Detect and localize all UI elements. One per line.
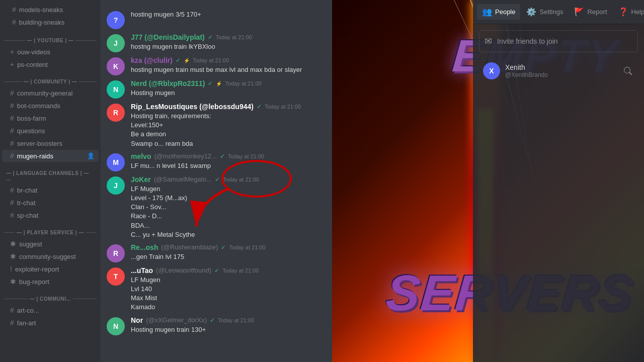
message-timestamp: Today at 21:00 xyxy=(225,80,261,86)
tab-settings[interactable]: ⚙️ Settings xyxy=(521,4,568,20)
tab-people-label: People xyxy=(495,8,515,16)
hash-icon: # xyxy=(10,186,14,194)
sidebar-item-bot-commands[interactable]: # bot-commands xyxy=(2,100,99,112)
sidebar-item-ouw-videos[interactable]: + ouw-videos xyxy=(2,46,99,58)
panel-content: ✉ Invite friends to join X Xenith @Xenit… xyxy=(473,24,644,362)
avatar: M xyxy=(107,153,125,171)
member-name: Xenith xyxy=(505,63,617,71)
category-community: — | COMMUNITY | — xyxy=(0,71,101,86)
message-item: N Nerd (@RblxpRo2311) ✓ ⚡ Today at 21:00… xyxy=(101,77,332,101)
hash-icon: # xyxy=(10,152,14,160)
sidebar-item-boss-farm[interactable]: # boss-farm xyxy=(2,112,99,124)
sidebar-item-fan-art[interactable]: # fan-art xyxy=(2,317,99,329)
chat-area: ? hosting mugen 3/5 170+ J J77 (@DenisDa… xyxy=(101,0,332,362)
plus-icon: + xyxy=(10,60,14,68)
avatar: N xyxy=(107,80,125,99)
hash-icon: # xyxy=(10,127,14,135)
sidebar-item-mugen-raids[interactable]: # mugen-raids 👤 xyxy=(2,150,99,162)
invite-friends-button[interactable]: ✉ Invite friends to join xyxy=(479,30,638,52)
report-icon: 🚩 xyxy=(574,7,584,17)
hash-icon: # xyxy=(10,139,14,147)
username-tag: (@Rusheramblaze) xyxy=(161,243,218,251)
message-item: N Nor (@xXGelmer_dorXx) ✓ Today at 21:00… xyxy=(101,314,332,337)
member-tag: @XenithBrando xyxy=(505,71,617,78)
message-text: Hosting mugen xyxy=(131,88,326,98)
sidebar-item-building-sneaks[interactable]: # building-sneaks xyxy=(4,16,97,28)
message-timestamp: Today at 21:00 xyxy=(218,317,254,323)
message-username: kza (@clulir) xyxy=(131,56,173,64)
sidebar-item-questions[interactable]: # questions xyxy=(2,125,99,137)
message-username: melvo xyxy=(131,152,151,160)
sidebar-item-community-general[interactable]: # community-general xyxy=(2,87,99,99)
message-timestamp: Today at 21:00 xyxy=(216,34,252,40)
message-timestamp: Today at 21:00 xyxy=(222,267,259,274)
message-username: Nor xyxy=(131,316,143,324)
username-tag: (@xXGelmer_dorXx) xyxy=(146,316,207,324)
message-text: hostng mugen train lkYBXloo xyxy=(131,42,326,51)
message-timestamp: Today at 21:00 xyxy=(223,176,259,183)
category-youtube: — | YOUTUBE | — xyxy=(0,30,101,45)
verified-icon: ✓ xyxy=(210,317,215,324)
verified-icon: ✓ xyxy=(176,57,181,64)
username-tag: (@SamuelMegalo... xyxy=(154,175,212,183)
main-content: EMPTY SERVERS ? hosting mugen 3/5 170+ J… xyxy=(101,0,644,362)
sidebar-item-server-boosters[interactable]: # server-boosters xyxy=(2,137,99,149)
message-text: LF mu... n level 161 swamp xyxy=(131,161,326,170)
avatar: ? xyxy=(107,11,125,29)
right-panel: 👥 People ⚙️ Settings 🚩 Report ❓ Help ⏺ R… xyxy=(473,0,644,362)
category-community2: — | COMMUNI... xyxy=(0,288,101,304)
message-text: ...gen Train lvl 175 xyxy=(131,252,326,261)
hash-icon: # xyxy=(10,89,14,97)
sidebar-item-models-sneaks[interactable]: # models-sneaks xyxy=(4,4,97,16)
sidebar-item-br-chat[interactable]: # br-chat xyxy=(2,184,99,196)
message-username: ...uTao xyxy=(131,266,153,275)
category-language: — | LANGUAGE CHANNELS | — ... xyxy=(0,162,101,184)
member-search-button[interactable] xyxy=(622,65,634,77)
envelope-icon: ✉ xyxy=(485,36,492,47)
tab-help[interactable]: ❓ Help xyxy=(613,4,645,20)
sidebar-item-community-suggest[interactable]: ✱ community-suggest xyxy=(2,250,99,262)
sidebar-item-bug-report[interactable]: ✱ bug-report xyxy=(2,276,99,288)
asterisk-icon: ✱ xyxy=(10,240,16,248)
message-text: Hosting train, requirements: Level:150+ … xyxy=(131,112,326,148)
message-item: R Rip_LesMoustiques (@lebossdu944) ✓ Tod… xyxy=(101,101,332,150)
hash-icon: # xyxy=(10,211,14,219)
sidebar-item-art-co[interactable]: # art-co... xyxy=(2,304,99,316)
verified-icon: ✓ xyxy=(221,244,226,251)
asterisk-icon: ✱ xyxy=(10,278,16,286)
message-username: Nerd (@RblxpRo2311) xyxy=(131,79,205,87)
help-icon: ❓ xyxy=(618,7,628,17)
avatar: R xyxy=(107,244,125,262)
message-timestamp: Today at 21:00 xyxy=(229,244,265,250)
plus-icon: + xyxy=(10,48,14,56)
sidebar-item-tr-chat[interactable]: # tr-chat xyxy=(2,197,99,209)
panel-tabs: 👥 People ⚙️ Settings 🚩 Report ❓ Help ⏺ R… xyxy=(473,0,644,24)
tab-settings-label: Settings xyxy=(539,8,563,16)
avatar: J xyxy=(107,176,125,195)
tab-help-label: Help xyxy=(631,8,645,16)
hash-icon: # xyxy=(12,18,16,26)
tab-people[interactable]: 👥 People xyxy=(477,4,520,20)
exclaim-icon: ! xyxy=(10,265,12,273)
message-username: JoKer xyxy=(131,175,151,184)
message-item: J J77 (@DenisDailyplat) ✓ Today at 21:00… xyxy=(101,31,332,54)
message-username: Rip_LesMoustiques (@lebossdu944) xyxy=(131,103,254,111)
tab-report[interactable]: 🚩 Report xyxy=(569,4,612,20)
message-item-annotated: M melvo (@mothemonkey12... ✓ Today at 21… xyxy=(101,150,332,173)
avatar: R xyxy=(107,104,125,122)
member-item-xenith[interactable]: X Xenith @XenithBrando xyxy=(479,58,638,83)
sidebar-item-ps-content[interactable]: + ps-content xyxy=(2,58,99,70)
sidebar-item-sp-chat[interactable]: # sp-chat xyxy=(2,209,99,221)
user-icon: 👤 xyxy=(87,152,95,159)
message-text: hosting mugen 3/5 170+ xyxy=(131,10,326,19)
hash-icon: # xyxy=(12,6,16,14)
sidebar: # models-sneaks # building-sneaks — | YO… xyxy=(0,0,101,362)
message-text: LF Mugen Lvl 140 Max Mist Kamado xyxy=(131,276,326,312)
sidebar-item-exploiter-report[interactable]: ! exploiter-report xyxy=(2,263,99,275)
avatar: T xyxy=(107,267,125,286)
username-tag: (@mothemonkey12... xyxy=(154,152,216,160)
boost-icon: ⚡ xyxy=(216,81,222,86)
tab-report-label: Report xyxy=(587,8,607,16)
hash-icon: # xyxy=(10,306,14,314)
sidebar-item-suggest[interactable]: ✱ suggest xyxy=(2,238,99,250)
